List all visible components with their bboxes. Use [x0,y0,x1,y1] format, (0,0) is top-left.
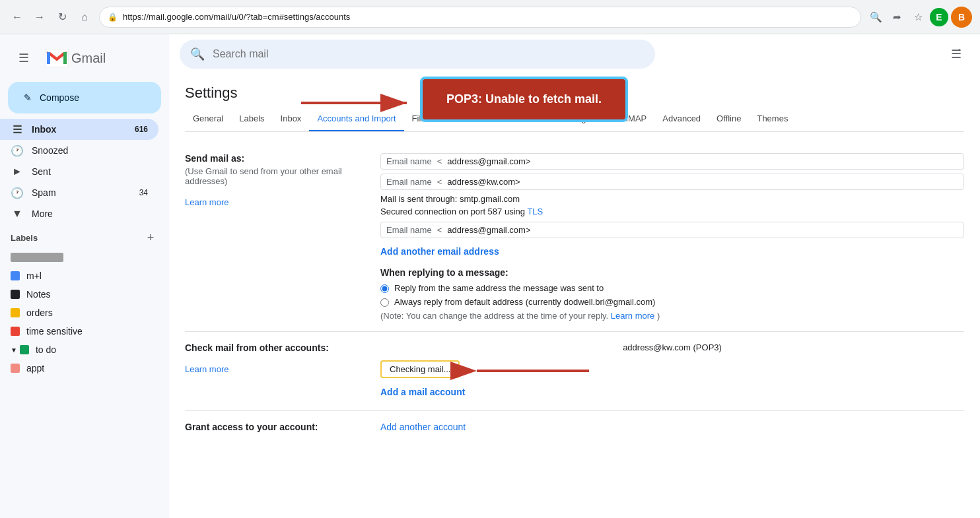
sent-icon: ► [11,166,24,178]
sidebar: ☰ Gmail ✎ Compose ☰ Inbox [0,34,169,518]
reply-learn-more[interactable]: Learn more [611,311,654,321]
tls-link[interactable]: TLS [527,207,543,216]
grant-access-label: Grant access to your account: [185,422,370,432]
pop3-error-box: POP3: Unable to fetch mail. [420,77,628,122]
share-button[interactable]: ➦ [888,8,906,26]
email-name-3: Email name [386,225,432,235]
pop3-error-text: POP3: Unable to fetch mail. [446,92,602,106]
check-mail-learn-more[interactable]: Learn more [185,364,228,374]
reply-radio-2[interactable] [380,298,389,307]
sidebar-item-inbox[interactable]: ☰ Inbox 616 [0,119,158,140]
label-item-todo[interactable]: ▼ to do [0,340,158,359]
hamburger-button[interactable]: ☰ [11,45,37,71]
check-mail-row: Check mail from other accounts: Learn mo… [185,332,964,411]
compose-button[interactable]: ✎ Compose [8,82,161,113]
label-dot-orders [11,308,20,317]
more-label: More [32,209,148,219]
reply-note-end: ) [657,311,660,321]
checking-mail-status: Checking mail... [390,364,450,374]
email-sep-3: < [437,225,442,235]
grant-access-title: Grant access to your account: [185,422,318,432]
send-mail-title: Send mail as: [185,153,244,164]
snoozed-icon: 🕐 [11,145,24,157]
filter-button[interactable]: ☰́ [943,41,969,67]
add-mail-button[interactable]: Add a mail account [380,384,465,400]
reload-button[interactable]: ↻ [53,8,71,26]
check-mail-label: Check mail from other accounts: Learn mo… [185,342,370,400]
check-mail-content: address@kw.com (POP3) Checking mail... [380,342,964,400]
reply-note-text: (Note: You can change the address at the… [380,311,608,321]
gmail-m-icon [45,49,69,67]
forward-button[interactable]: → [30,8,49,26]
label-item-time-sensitive[interactable]: time sensitive [0,322,158,340]
svg-rect-3 [47,52,50,64]
secured-text: Secured connection on port 587 using [380,207,525,216]
email-addr-2: address@kw.com> [447,177,520,187]
tab-labels[interactable]: Labels [231,107,272,132]
sidebar-item-sent[interactable]: ► Sent [0,161,158,182]
snoozed-label: Snoozed [32,145,148,156]
inbox-label: Inbox [32,124,127,135]
pop3-overlay: POP3: Unable to fetch mail. [420,77,628,122]
send-mail-as-row: Send mail as: (Use Gmail to send from yo… [185,143,964,332]
tab-offline[interactable]: Offline [709,107,749,132]
reply-option1-text: Reply from the same address the message … [394,283,604,293]
evernote-icon[interactable]: E [930,8,948,26]
nav-buttons: ← → ↻ ⌂ [8,8,94,26]
label-item-1[interactable] [0,248,158,267]
profile-icon[interactable]: B [951,7,972,28]
tab-advanced[interactable]: Advanced [654,107,709,132]
gmail-label: Gmail [71,51,106,66]
send-mail-content: Email name < address@gmail.com> Email na… [380,153,964,321]
reply-radio-1[interactable] [380,284,389,293]
email-entry-3: Email name < address@gmail.com> [380,222,964,238]
check-mail-account: address@kw.com (POP3) [380,342,964,352]
home-button[interactable]: ⌂ [75,8,94,26]
email-entry-2: Email name < address@kw.com> [380,174,964,190]
add-email-button[interactable]: Add another email address [380,243,499,259]
label-item-orders[interactable]: orders [0,304,158,322]
labels-section: Labels + [0,224,169,248]
sidebar-item-more[interactable]: ▼ More [0,203,158,224]
todo-label-wrapper: ▼ [11,345,29,354]
star-button[interactable]: ☆ [909,8,927,26]
tab-themes[interactable]: Themes [749,107,796,132]
add-account-link[interactable]: Add another account [380,422,466,432]
labels-title: Labels [11,233,38,243]
sidebar-item-spam[interactable]: 🕐 Spam 34 [0,182,158,203]
email-sep-2: < [437,177,442,187]
todo-arrow: ▼ [11,346,17,354]
search-input[interactable] [213,48,645,60]
send-mail-learn-more[interactable]: Learn more [185,197,228,207]
email-addr-3: address@gmail.com> [447,225,530,235]
top-bar: 🔍 ☰́ [169,34,980,74]
label-text-notes: Notes [26,289,51,300]
tab-general[interactable]: General [185,107,231,132]
label-text-ml: m+l [26,271,42,281]
grant-access-row: Grant access to your account: Add anothe… [185,411,964,443]
label-item-ml[interactable]: m+l [0,267,158,285]
add-label-button[interactable]: + [143,230,158,245]
mail-through: Mail is sent through: smtp.gmail.com [380,194,964,204]
grant-access-content: Add another account [380,422,964,432]
label-dot-todo [20,345,29,354]
sidebar-item-snoozed[interactable]: 🕐 Snoozed [0,140,158,161]
label-item-appt[interactable]: appt [0,359,158,377]
spam-count: 34 [139,188,148,197]
browser-actions: 🔍 ➦ ☆ E B [866,7,972,28]
secured-connection: Secured connection on port 587 using TLS [380,207,964,216]
check-mail-title: Check mail from other accounts: [185,342,329,353]
email-name-1: Email name [386,156,432,166]
inbox-icon: ☰ [11,123,24,136]
back-button[interactable]: ← [8,8,26,26]
checking-mail-row: Checking mail... [380,358,964,384]
address-bar[interactable]: 🔒 https://mail.google.com/mail/u/0/?tab=… [99,7,861,28]
main-content: 🔍 ☰́ POP3: Unable to fetch [169,34,980,518]
label-item-notes[interactable]: Notes [0,285,158,304]
send-mail-description: (Use Gmail to send from your other email… [185,166,370,186]
sent-label: Sent [32,166,148,177]
bookmark-search-button[interactable]: 🔍 [866,8,885,26]
label-dot-notes [11,290,20,299]
label-dot-ml [11,271,20,280]
search-bar[interactable]: 🔍 [180,40,655,69]
